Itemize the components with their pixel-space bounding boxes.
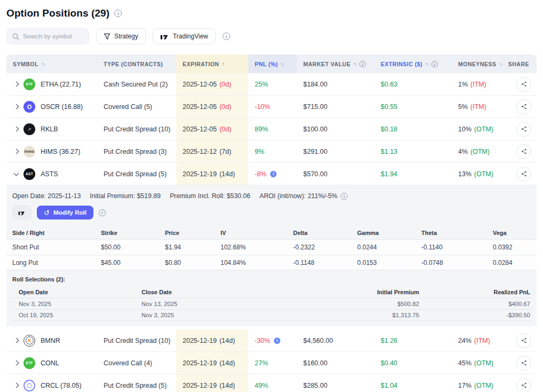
leg-cell: 104.84% bbox=[215, 259, 287, 266]
expiration-date: 2025-12-19 bbox=[183, 359, 217, 367]
expiration-cell: 2025-12-19 (14d) bbox=[176, 352, 248, 374]
expand-chevron-icon[interactable] bbox=[14, 82, 19, 87]
table-row[interactable]: B BMNR Put Credit Spread (10) 2025-12-19… bbox=[6, 330, 537, 352]
panel-actions: ↺ Modify Roll bbox=[6, 206, 537, 219]
symbol-label: ETHA (22.71) bbox=[41, 81, 81, 88]
table-row[interactable]: O OSCR (16.88) Covered Call (5) 2025-12-… bbox=[6, 96, 537, 118]
market-value-cell: $285.00 bbox=[297, 374, 374, 392]
column-symbol[interactable]: SYMBOL ↑↓ bbox=[6, 54, 97, 73]
expand-chevron-icon[interactable] bbox=[14, 338, 19, 343]
page-title: Option Positions (29) bbox=[6, 7, 109, 19]
expand-chevron-icon[interactable] bbox=[14, 383, 19, 388]
aroi-info-icon[interactable] bbox=[341, 193, 348, 200]
moneyness-pct: 45% bbox=[458, 359, 471, 367]
table-rows-top: ETF ETHA (22.71) Cash Secured Put (2) 20… bbox=[6, 73, 537, 185]
table-row[interactable]: CRCL (78.05) Put Credit Spread (5) 2025-… bbox=[6, 374, 537, 392]
column-extrinsic[interactable]: EXTRINSIC ($) ↑↓ bbox=[374, 54, 452, 73]
share-button[interactable] bbox=[516, 378, 531, 392]
symbol-logo-icon: AST bbox=[23, 168, 35, 180]
pnl-value: 49% bbox=[255, 382, 268, 389]
roll-cell-realized: -$390.50 bbox=[419, 312, 530, 318]
symbol-cell: AST ASTS bbox=[6, 163, 97, 185]
market-value-cell: $100.00 bbox=[297, 118, 374, 140]
expiration-cell: 2025-12-19 (14d) bbox=[176, 374, 248, 392]
legs-header-row: Side / Right Strike Price IV Delta Gamma… bbox=[6, 226, 537, 239]
share-button[interactable] bbox=[516, 167, 531, 182]
symbol-label: RKLB bbox=[41, 126, 58, 133]
pnl-value: -30% bbox=[255, 337, 270, 344]
share-button[interactable] bbox=[516, 122, 531, 137]
position-summary: Open Date: 2025-11-13 Initial Premium: $… bbox=[6, 192, 537, 200]
open-date: Open Date: 2025-11-13 bbox=[12, 192, 81, 200]
strategy-filter-button[interactable]: Strategy bbox=[96, 28, 146, 44]
pnl-info-icon[interactable] bbox=[274, 338, 280, 344]
bmnr-ring: B bbox=[26, 336, 34, 344]
extrinsic-cell: $1.04 bbox=[374, 374, 452, 392]
table-row[interactable]: ETF ETHA (22.71) Cash Secured Put (2) 20… bbox=[6, 73, 537, 96]
share-icon bbox=[521, 382, 528, 389]
extrinsic-cell: $0.40 bbox=[374, 352, 452, 374]
moneyness-tag: (OTM) bbox=[474, 126, 493, 133]
modify-roll-info-icon[interactable] bbox=[99, 209, 106, 216]
moneyness-tag: (ITM) bbox=[474, 337, 490, 344]
tradingview-info-icon[interactable] bbox=[223, 33, 230, 40]
share-cell bbox=[511, 118, 537, 140]
days-to-expiry: (7d) bbox=[219, 148, 231, 155]
pnl-value: -8% bbox=[255, 170, 266, 178]
share-button[interactable] bbox=[516, 356, 531, 371]
tradingview-button[interactable]: TradingView bbox=[153, 28, 216, 44]
symbol-label: BMNR bbox=[41, 337, 60, 344]
search-input[interactable] bbox=[23, 33, 83, 40]
search-icon bbox=[12, 33, 19, 40]
days-to-expiry: (0d) bbox=[219, 81, 231, 88]
symbol-search[interactable] bbox=[6, 28, 89, 44]
moneyness-cell: 17% (OTM) bbox=[452, 374, 511, 392]
expand-chevron-icon[interactable] bbox=[14, 170, 19, 176]
roll-cell-premium: $1,313.75 bbox=[312, 312, 419, 318]
premium-incl-roll: Premium Incl. Roll: $530.06 bbox=[170, 192, 250, 200]
share-button[interactable] bbox=[516, 144, 531, 159]
filter-funnel-icon bbox=[104, 33, 111, 40]
days-to-expiry: (0d) bbox=[219, 103, 231, 111]
share-icon bbox=[521, 337, 528, 344]
moneyness-pct: 13% bbox=[458, 170, 471, 178]
share-button[interactable] bbox=[516, 99, 531, 114]
leg-cell: -0.1140 bbox=[415, 244, 487, 251]
title-info-icon[interactable] bbox=[114, 10, 122, 17]
expand-chevron-icon[interactable] bbox=[14, 104, 19, 109]
extrinsic-info-icon[interactable] bbox=[431, 61, 438, 67]
share-button[interactable] bbox=[516, 77, 531, 92]
sort-icon: ↑↓ bbox=[353, 61, 357, 67]
symbol-cell: hims HIMS (36.27) bbox=[6, 140, 97, 162]
symbol-logo-icon: O bbox=[23, 101, 35, 113]
share-button[interactable] bbox=[516, 333, 531, 348]
column-moneyness[interactable]: MONEYNESS ↑↓ bbox=[452, 54, 511, 73]
leg-cell: Long Put bbox=[6, 259, 95, 266]
column-expiration[interactable]: EXPIRATION ↑ bbox=[176, 54, 248, 73]
expand-chevron-icon[interactable] bbox=[14, 149, 19, 154]
share-icon bbox=[521, 170, 528, 177]
market-value-info-icon[interactable] bbox=[359, 61, 366, 67]
expand-chevron-icon[interactable] bbox=[14, 127, 19, 132]
table-row[interactable]: AST ASTS Put Credit Spread (5) 2025-12-1… bbox=[6, 163, 537, 185]
moneyness-cell: 4% (OTM) bbox=[452, 140, 511, 162]
roll-selections: Roll Selections (2): Open Date Close Dat… bbox=[6, 276, 537, 321]
type-cell: Cash Secured Put (2) bbox=[97, 73, 176, 95]
share-cell bbox=[511, 163, 537, 185]
tradingview-mini-button[interactable] bbox=[12, 206, 32, 219]
pnl-info-icon[interactable] bbox=[270, 171, 277, 177]
column-market-value[interactable]: MARKET VALUE ↑↓ bbox=[297, 54, 374, 73]
market-value-cell: $715.00 bbox=[297, 96, 374, 117]
table-row[interactable]: hims HIMS (36.27) Put Credit Spread (3) … bbox=[6, 140, 537, 163]
pnl-value: 25% bbox=[255, 81, 268, 88]
sort-icon: ↑↓ bbox=[425, 61, 429, 67]
leg-row: Long Put$45.00$0.80104.84%-0.11480.0153-… bbox=[6, 255, 537, 270]
market-value-cell: $570.00 bbox=[297, 163, 374, 185]
table-row[interactable]: ↗ RKLB Put Credit Spread (10) 2025-12-05… bbox=[6, 118, 537, 140]
extrinsic-cell: $0.18 bbox=[374, 118, 452, 140]
table-row[interactable]: ETF CONL Covered Call (4) 2025-12-19 (14… bbox=[6, 352, 537, 374]
symbol-cell: ETF ETHA (22.71) bbox=[6, 73, 97, 95]
modify-roll-button[interactable]: ↺ Modify Roll bbox=[37, 206, 93, 219]
column-pnl[interactable]: PNL (%) ↑↓ bbox=[248, 54, 297, 73]
expand-chevron-icon[interactable] bbox=[14, 360, 19, 366]
